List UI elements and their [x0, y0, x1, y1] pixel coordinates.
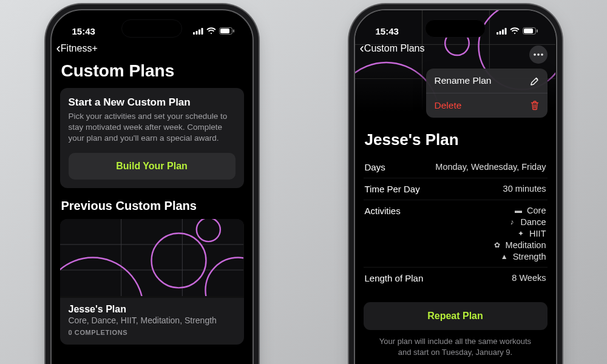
repeat-plan-label: Repeat Plan [427, 311, 483, 322]
back-label[interactable]: Fitness+ [61, 43, 98, 54]
svg-rect-30 [524, 29, 533, 33]
more-button[interactable] [529, 46, 548, 64]
previous-plan-card[interactable]: Jesse's Plan Core, Dance, HIIT, Meditati… [60, 219, 244, 345]
dance-icon: ♪ [507, 218, 517, 226]
pencil-icon [530, 76, 539, 86]
row-days: Days Monday, Wednesday, Friday [364, 157, 548, 178]
time-label: Time Per Day [365, 184, 420, 194]
plan-details: Days Monday, Wednesday, Friday Time Per … [364, 157, 548, 289]
plan-artwork [60, 219, 244, 298]
activities-label: Activities [365, 206, 401, 216]
dynamic-island [121, 19, 182, 38]
plan-name: Jesse's Plan [69, 304, 236, 315]
cellular-icon [497, 28, 507, 35]
days-label: Days [365, 162, 385, 172]
new-plan-description: Pick your activities and set your schedu… [69, 111, 236, 144]
trash-icon [531, 101, 539, 110]
cellular-icon [193, 28, 203, 35]
svg-point-34 [541, 53, 543, 56]
svg-rect-31 [537, 30, 538, 33]
svg-rect-3 [201, 28, 203, 35]
status-indicators [497, 27, 538, 35]
repeat-plan-button[interactable]: Repeat Plan [364, 302, 548, 330]
plan-title: Jesse's Plan [365, 130, 546, 149]
build-plan-label: Build Your Plan [116, 161, 188, 172]
length-value: 8 Weeks [512, 273, 546, 283]
activity-core: Core [527, 206, 546, 215]
svg-rect-26 [499, 31, 501, 35]
status-time: 15:43 [376, 26, 399, 36]
context-menu: Rename Plan Delete [426, 69, 548, 118]
row-activities: Activities ▬Core ♪Dance ✦HIIT ✿Meditatio… [364, 200, 548, 268]
iphone-left: 15:43 ‹ Fitness+ Custom Plans Start a Ne… [50, 9, 254, 364]
new-plan-heading: Start a New Custom Plan [69, 96, 236, 109]
svg-rect-27 [502, 29, 504, 35]
plan-completions: 0 COMPLETIONS [69, 329, 236, 336]
build-plan-button[interactable]: Build Your Plan [69, 153, 236, 180]
dynamic-island [425, 19, 486, 38]
svg-rect-6 [233, 30, 234, 33]
nav-bar: ‹ Custom Plans [355, 41, 556, 58]
row-length: Length of Plan 8 Weeks [364, 268, 548, 289]
menu-delete-label: Delete [435, 100, 462, 111]
menu-rename[interactable]: Rename Plan [426, 69, 548, 93]
iphone-right: 15:43 ‹ Custom Plans Rename Plan Delete [354, 9, 557, 364]
svg-point-33 [537, 53, 540, 56]
back-label[interactable]: Custom Plans [364, 43, 425, 54]
wifi-icon [510, 27, 520, 35]
svg-rect-5 [220, 29, 229, 33]
back-chevron-icon[interactable]: ‹ [56, 42, 61, 55]
new-plan-card: Start a New Custom Plan Pick your activi… [60, 88, 244, 188]
days-value: Monday, Wednesday, Friday [435, 162, 546, 172]
svg-rect-25 [497, 32, 498, 35]
activities-list: ▬Core ♪Dance ✦HIIT ✿Meditation ▲Strength [492, 206, 546, 261]
battery-icon [219, 27, 234, 35]
plan-activities-summary: Core, Dance, HIIT, Meditation, Strength [69, 315, 236, 325]
menu-rename-label: Rename Plan [435, 75, 492, 86]
svg-rect-1 [195, 31, 197, 35]
activity-strength: Strength [513, 252, 546, 261]
battery-icon [523, 27, 538, 35]
svg-point-32 [534, 53, 536, 56]
back-chevron-icon[interactable]: ‹ [360, 42, 364, 55]
svg-rect-2 [198, 29, 200, 35]
repeat-footnote: Your plan will include all the same work… [375, 336, 537, 357]
ellipsis-icon [534, 53, 543, 56]
menu-delete[interactable]: Delete [426, 93, 548, 118]
activity-hiit: HIIT [529, 229, 546, 238]
core-icon: ▬ [514, 206, 523, 215]
page-title: Custom Plans [61, 61, 243, 81]
row-time: Time Per Day 30 minutes [364, 178, 548, 200]
previous-plans-heading: Previous Custom Plans [61, 199, 243, 213]
wifi-icon [206, 27, 216, 35]
strength-icon: ▲ [500, 252, 509, 261]
status-time: 15:43 [72, 26, 95, 36]
meditation-icon: ✿ [492, 241, 502, 249]
svg-rect-0 [193, 32, 195, 35]
nav-bar: ‹ Fitness+ [52, 41, 253, 58]
status-indicators [193, 27, 234, 35]
activity-meditation: Meditation [506, 240, 546, 250]
hiit-icon: ✦ [516, 229, 526, 238]
svg-rect-28 [504, 28, 506, 35]
time-value: 30 minutes [503, 184, 546, 194]
length-label: Length of Plan [365, 273, 424, 283]
activity-dance: Dance [521, 217, 546, 227]
